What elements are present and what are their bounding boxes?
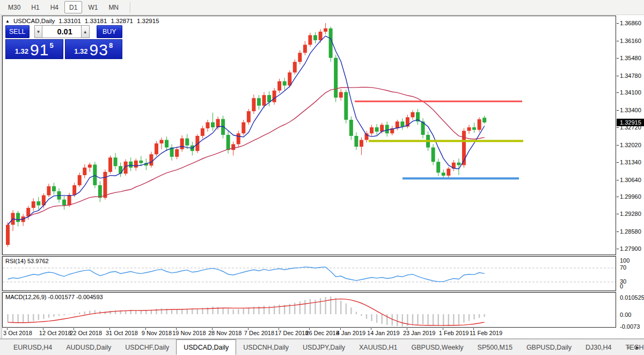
price-tick-mark [617, 214, 619, 214]
chart-tab-usdjpy-daily[interactable]: USDJPY,Daily [296, 339, 352, 355]
macd-histogram-group [8, 296, 485, 327]
indicator-scale-label: 70 [620, 264, 626, 271]
ohlc-close: 1.32915 [137, 18, 159, 24]
sell-button[interactable]: SELL [5, 25, 30, 38]
date-tick-label: 23 Jan 2019 [403, 330, 436, 336]
date-tick-label: 9 Nov 2018 [142, 330, 172, 336]
price-tick-label: 1.34100 [620, 89, 641, 96]
price-tick-mark [617, 110, 619, 111]
chart-tab-usdchf-daily[interactable]: USDCHF,Daily [118, 339, 176, 355]
toolbar-separator [130, 2, 131, 13]
buy-price-panel[interactable]: 1.32 93 8 [65, 39, 123, 59]
price-tick-mark [617, 145, 619, 146]
tab-scroll-left-icon[interactable]: ◄ [625, 344, 631, 350]
price-tick-label: 1.34780 [620, 73, 641, 79]
chart-tab-sp500-m15[interactable]: SP500,M15 [471, 339, 519, 355]
volume-decrease-icon[interactable]: ▼ [34, 25, 43, 38]
price-tick-mark [617, 231, 619, 232]
ohlc-high: 1.33181 [85, 18, 107, 24]
date-tick-label: 1 Feb 2019 [439, 330, 469, 336]
sell-price-big: 91 [30, 42, 49, 57]
indicator-scale-label: 0.010525 [620, 294, 644, 301]
buy-price-prefix: 1.32 [74, 47, 87, 55]
chart-tab-xauusd-h1[interactable]: XAUUSD,H1 [352, 339, 405, 355]
date-tick-label: 28 Nov 2018 [208, 330, 241, 336]
rsi-line [8, 267, 485, 281]
price-tick-mark [617, 127, 619, 128]
price-tick-label: 1.29960 [620, 193, 641, 200]
indicator-scale-label: -0.0073 [620, 323, 640, 330]
timeframe-button-h1[interactable]: H1 [26, 1, 44, 13]
price-tick-mark [617, 180, 619, 180]
date-tick-label: 12 Oct 2018 [39, 330, 71, 336]
macd-indicator-label: MACD(12,26,9) -0.001577 -0.004593 [5, 294, 103, 300]
tab-scroll-right-icon[interactable]: ► [635, 344, 640, 350]
rsi-indicator-label: RSI(14) 53.9762 [5, 258, 49, 264]
chart-tab-bar: EURUSD,H4AUDUSD,DailyUSDCHF,DailyUSDCAD,… [0, 339, 644, 355]
volume-increase-icon[interactable]: ▲ [81, 25, 90, 38]
tab-scroll-arrows: ◄► [625, 339, 642, 355]
volume-input[interactable]: 0.01 [42, 25, 80, 38]
price-tick-mark [617, 23, 619, 24]
price-tick-label: 1.35480 [620, 55, 641, 61]
rsi-chart[interactable] [3, 257, 616, 291]
price-tick-label: 1.29280 [620, 211, 641, 217]
date-tick-label: 17 Dec 2018 [275, 330, 308, 336]
price-tick-mark [617, 249, 619, 249]
sell-price-panel[interactable]: 1.32 91 5 [5, 39, 63, 59]
price-tick-mark [617, 162, 619, 163]
timeframe-button-h4[interactable]: H4 [46, 1, 63, 13]
price-tick-label: 1.36860 [620, 20, 641, 26]
date-tick-label: 3 Oct 2018 [3, 330, 32, 336]
timeframe-button-d1[interactable]: D1 [64, 1, 82, 13]
price-tick-label: 1.36160 [620, 38, 641, 44]
current-price-tag: 1.32915 [617, 119, 644, 126]
indicator-scale-label: 0.00 [620, 311, 631, 318]
buy-price-big: 93 [90, 42, 108, 57]
ohlc-low: 1.32871 [111, 18, 133, 24]
indicator-scale-label: 0 [620, 283, 623, 289]
price-tick-mark [617, 76, 619, 76]
date-tick-label: 22 Oct 2018 [70, 330, 102, 336]
chart-title: ▲ USDCAD,Daily 1.33101 1.33181 1.32871 1… [5, 18, 159, 24]
chart-tab-usdcnh-daily[interactable]: USDCNH,Daily [236, 339, 296, 355]
timeframe-button-mn[interactable]: MN [104, 1, 123, 13]
timeframe-button-m30[interactable]: M30 [3, 1, 25, 13]
date-tick-label: 4 Jan 2019 [336, 330, 365, 336]
price-tick-label: 1.32020 [620, 142, 641, 148]
collapse-trade-panel-icon[interactable]: ▲ [5, 19, 10, 24]
date-axis[interactable]: 3 Oct 201812 Oct 201822 Oct 201831 Oct 2… [2, 328, 617, 338]
moving-averages-group [8, 36, 485, 224]
timeframe-toolbar: M30H1H4D1W1MN [0, 0, 644, 15]
price-tick-label: 1.27900 [620, 245, 641, 252]
chart-tab-gbpusd-daily[interactable]: GBPUSD,Daily [519, 339, 579, 355]
symbol-title: USDCAD,Daily [13, 18, 55, 24]
date-tick-label: 31 Oct 2018 [106, 330, 138, 336]
ohlc-open: 1.33101 [58, 18, 81, 24]
price-axis[interactable]: 1.368601.361601.354801.347801.341001.334… [617, 16, 644, 338]
price-tick-label: 1.28580 [620, 228, 641, 235]
rsi-panel[interactable] [2, 256, 616, 291]
chart-tab-gbpusd-weekly[interactable]: GBPUSD,Weekly [405, 339, 471, 355]
date-tick-label: 14 Jan 2019 [367, 330, 400, 336]
date-tick-label: 11 Feb 2019 [470, 330, 502, 336]
price-tick-label: 1.33400 [620, 107, 641, 113]
timeframe-button-w1[interactable]: W1 [83, 1, 103, 13]
date-tick-label: 7 Dec 2018 [244, 330, 274, 336]
price-tick-mark [617, 197, 619, 197]
price-tick-mark [617, 58, 619, 59]
buy-price-pip: 8 [109, 41, 113, 49]
one-click-trading-widget: SELL ▼ 0.01 ▲ BUY 1.32 91 5 1.32 93 8 [5, 25, 122, 59]
price-tick-label: 1.30640 [620, 177, 641, 183]
chart-tab-eurusd-h4[interactable]: EURUSD,H4 [6, 339, 59, 355]
date-tick-label: 26 Dec 2018 [305, 330, 339, 336]
date-tick-label: 19 Nov 2018 [172, 330, 206, 336]
price-tick-mark [617, 41, 619, 41]
mt4-terminal: M30H1H4D1W1MN ▲ USDCAD,Daily 1.33101 1.3… [0, 0, 644, 355]
buy-button[interactable]: BUY [97, 25, 122, 38]
sell-price-prefix: 1.32 [15, 47, 28, 55]
chart-tab-dj30-h4[interactable]: DJ30,H4 [579, 339, 619, 355]
chart-tab-usdcad-daily[interactable]: USDCAD,Daily [176, 339, 236, 355]
chart-tab-audusd-daily[interactable]: AUDUSD,Daily [59, 339, 118, 355]
price-tick-label: 1.31340 [620, 159, 641, 165]
